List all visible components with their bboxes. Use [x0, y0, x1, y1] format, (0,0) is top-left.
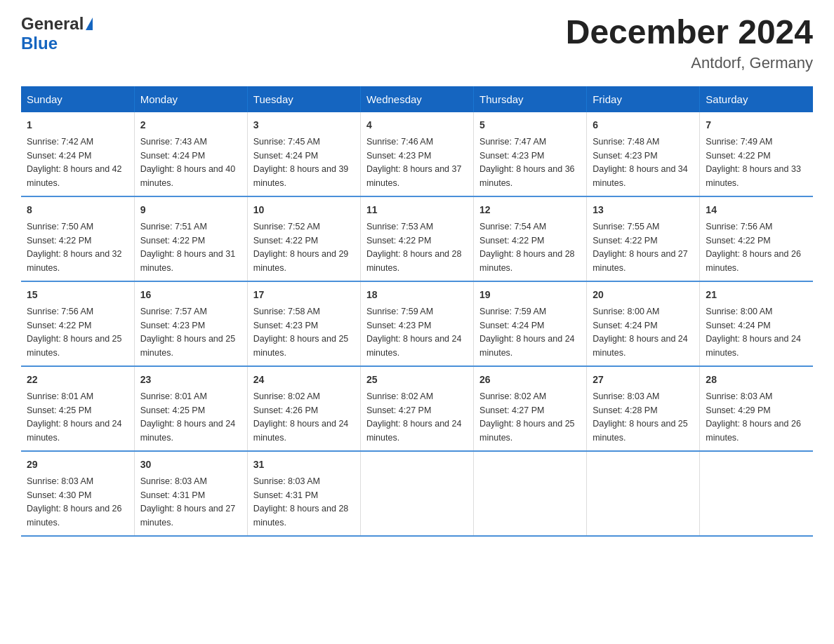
day-number: 27: [593, 373, 694, 387]
day-number: 22: [27, 373, 128, 387]
day-info: Sunrise: 7:52 AMSunset: 4:22 PMDaylight:…: [253, 222, 349, 273]
month-title: December 2024: [566, 14, 813, 51]
day-info: Sunrise: 7:57 AMSunset: 4:23 PMDaylight:…: [140, 307, 236, 358]
calendar-day-cell: 7 Sunrise: 7:49 AMSunset: 4:22 PMDayligh…: [700, 112, 813, 196]
calendar-day-cell: 11 Sunrise: 7:53 AMSunset: 4:22 PMDaylig…: [360, 196, 473, 281]
day-info: Sunrise: 8:00 AMSunset: 4:24 PMDaylight:…: [593, 307, 688, 358]
calendar-table: Sunday Monday Tuesday Wednesday Thursday…: [21, 86, 813, 537]
day-info: Sunrise: 7:48 AMSunset: 4:23 PMDaylight:…: [593, 137, 688, 188]
calendar-header-row: Sunday Monday Tuesday Wednesday Thursday…: [21, 86, 813, 112]
day-number: 15: [27, 288, 128, 302]
calendar-day-cell: 14 Sunrise: 7:56 AMSunset: 4:22 PMDaylig…: [700, 196, 813, 281]
day-number: 19: [479, 288, 581, 302]
day-info: Sunrise: 8:03 AMSunset: 4:29 PMDaylight:…: [706, 391, 801, 443]
day-number: 13: [593, 203, 694, 217]
day-number: 14: [706, 203, 807, 217]
title-section: December 2024 Antdorf, Germany: [566, 14, 813, 72]
calendar-day-cell: 16 Sunrise: 7:57 AMSunset: 4:23 PMDaylig…: [134, 281, 247, 366]
day-info: Sunrise: 7:56 AMSunset: 4:22 PMDaylight:…: [706, 222, 801, 273]
calendar-day-cell: 26 Sunrise: 8:02 AMSunset: 4:27 PMDaylig…: [474, 366, 587, 451]
calendar-day-cell: 20 Sunrise: 8:00 AMSunset: 4:24 PMDaylig…: [587, 281, 700, 366]
day-number: 21: [706, 288, 807, 302]
day-info: Sunrise: 7:56 AMSunset: 4:22 PMDaylight:…: [27, 307, 122, 358]
day-info: Sunrise: 7:42 AMSunset: 4:24 PMDaylight:…: [27, 137, 122, 188]
calendar-day-cell: 8 Sunrise: 7:50 AMSunset: 4:22 PMDayligh…: [21, 196, 134, 281]
calendar-week-row: 29 Sunrise: 8:03 AMSunset: 4:30 PMDaylig…: [21, 451, 813, 536]
logo-blue: Blue: [21, 34, 58, 53]
header-friday: Friday: [587, 86, 700, 112]
calendar-day-cell: [700, 451, 813, 536]
day-info: Sunrise: 8:03 AMSunset: 4:31 PMDaylight:…: [140, 476, 236, 528]
day-info: Sunrise: 7:45 AMSunset: 4:24 PMDaylight:…: [253, 137, 349, 188]
day-number: 3: [253, 118, 355, 133]
day-info: Sunrise: 8:01 AMSunset: 4:25 PMDaylight:…: [140, 391, 236, 443]
day-number: 11: [366, 203, 468, 217]
header-thursday: Thursday: [474, 86, 587, 112]
calendar-week-row: 1 Sunrise: 7:42 AMSunset: 4:24 PMDayligh…: [21, 112, 813, 196]
calendar-day-cell: 3 Sunrise: 7:45 AMSunset: 4:24 PMDayligh…: [247, 112, 360, 196]
day-number: 8: [27, 203, 128, 217]
day-number: 23: [140, 373, 241, 387]
calendar-day-cell: 18 Sunrise: 7:59 AMSunset: 4:23 PMDaylig…: [360, 281, 473, 366]
calendar-day-cell: 30 Sunrise: 8:03 AMSunset: 4:31 PMDaylig…: [134, 451, 247, 536]
day-info: Sunrise: 7:47 AMSunset: 4:23 PMDaylight:…: [479, 137, 575, 188]
calendar-day-cell: 13 Sunrise: 7:55 AMSunset: 4:22 PMDaylig…: [587, 196, 700, 281]
day-info: Sunrise: 7:51 AMSunset: 4:22 PMDaylight:…: [140, 222, 236, 273]
calendar-day-cell: 17 Sunrise: 7:58 AMSunset: 4:23 PMDaylig…: [247, 281, 360, 366]
day-number: 25: [366, 373, 468, 387]
day-info: Sunrise: 7:50 AMSunset: 4:22 PMDaylight:…: [27, 222, 122, 273]
day-number: 6: [593, 118, 694, 133]
calendar-week-row: 15 Sunrise: 7:56 AMSunset: 4:22 PMDaylig…: [21, 281, 813, 366]
calendar-day-cell: 24 Sunrise: 8:02 AMSunset: 4:26 PMDaylig…: [247, 366, 360, 451]
day-info: Sunrise: 8:00 AMSunset: 4:24 PMDaylight:…: [706, 307, 801, 358]
day-info: Sunrise: 8:03 AMSunset: 4:30 PMDaylight:…: [27, 476, 122, 528]
day-number: 12: [479, 203, 581, 217]
calendar-day-cell: 22 Sunrise: 8:01 AMSunset: 4:25 PMDaylig…: [21, 366, 134, 451]
calendar-day-cell: 5 Sunrise: 7:47 AMSunset: 4:23 PMDayligh…: [474, 112, 587, 196]
day-number: 20: [593, 288, 694, 302]
calendar-day-cell: 27 Sunrise: 8:03 AMSunset: 4:28 PMDaylig…: [587, 366, 700, 451]
calendar-day-cell: 9 Sunrise: 7:51 AMSunset: 4:22 PMDayligh…: [134, 196, 247, 281]
day-number: 1: [27, 118, 128, 133]
day-info: Sunrise: 7:46 AMSunset: 4:23 PMDaylight:…: [366, 137, 462, 188]
header-tuesday: Tuesday: [247, 86, 360, 112]
calendar-day-cell: 29 Sunrise: 8:03 AMSunset: 4:30 PMDaylig…: [21, 451, 134, 536]
day-number: 26: [479, 373, 581, 387]
day-number: 9: [140, 203, 241, 217]
day-info: Sunrise: 7:59 AMSunset: 4:24 PMDaylight:…: [479, 307, 575, 358]
calendar-day-cell: 10 Sunrise: 7:52 AMSunset: 4:22 PMDaylig…: [247, 196, 360, 281]
day-number: 31: [253, 457, 355, 472]
day-info: Sunrise: 8:02 AMSunset: 4:27 PMDaylight:…: [366, 391, 462, 443]
day-info: Sunrise: 8:02 AMSunset: 4:26 PMDaylight:…: [253, 391, 349, 443]
day-info: Sunrise: 7:55 AMSunset: 4:22 PMDaylight:…: [593, 222, 688, 273]
location-title: Antdorf, Germany: [566, 54, 813, 72]
calendar-day-cell: 2 Sunrise: 7:43 AMSunset: 4:24 PMDayligh…: [134, 112, 247, 196]
calendar-day-cell: [587, 451, 700, 536]
page-header: General Blue December 2024 Antdorf, Germ…: [21, 14, 813, 72]
day-number: 24: [253, 373, 355, 387]
day-info: Sunrise: 7:49 AMSunset: 4:22 PMDaylight:…: [706, 137, 801, 188]
day-info: Sunrise: 7:43 AMSunset: 4:24 PMDaylight:…: [140, 137, 236, 188]
day-info: Sunrise: 7:53 AMSunset: 4:22 PMDaylight:…: [366, 222, 462, 273]
calendar-day-cell: 19 Sunrise: 7:59 AMSunset: 4:24 PMDaylig…: [474, 281, 587, 366]
day-number: 2: [140, 118, 241, 133]
day-number: 4: [366, 118, 468, 133]
day-info: Sunrise: 8:02 AMSunset: 4:27 PMDaylight:…: [479, 391, 575, 443]
logo-triangle-icon: [86, 18, 93, 30]
header-saturday: Saturday: [700, 86, 813, 112]
calendar-day-cell: 23 Sunrise: 8:01 AMSunset: 4:25 PMDaylig…: [134, 366, 247, 451]
logo-general: General: [21, 14, 84, 34]
calendar-day-cell: 28 Sunrise: 8:03 AMSunset: 4:29 PMDaylig…: [700, 366, 813, 451]
day-number: 29: [27, 457, 128, 472]
calendar-day-cell: 6 Sunrise: 7:48 AMSunset: 4:23 PMDayligh…: [587, 112, 700, 196]
calendar-day-cell: 21 Sunrise: 8:00 AMSunset: 4:24 PMDaylig…: [700, 281, 813, 366]
day-info: Sunrise: 8:03 AMSunset: 4:28 PMDaylight:…: [593, 391, 688, 443]
calendar-day-cell: [360, 451, 473, 536]
calendar-day-cell: [474, 451, 587, 536]
day-number: 18: [366, 288, 468, 302]
day-number: 5: [479, 118, 581, 133]
day-number: 16: [140, 288, 241, 302]
day-number: 10: [253, 203, 355, 217]
calendar-day-cell: 4 Sunrise: 7:46 AMSunset: 4:23 PMDayligh…: [360, 112, 473, 196]
calendar-day-cell: 15 Sunrise: 7:56 AMSunset: 4:22 PMDaylig…: [21, 281, 134, 366]
